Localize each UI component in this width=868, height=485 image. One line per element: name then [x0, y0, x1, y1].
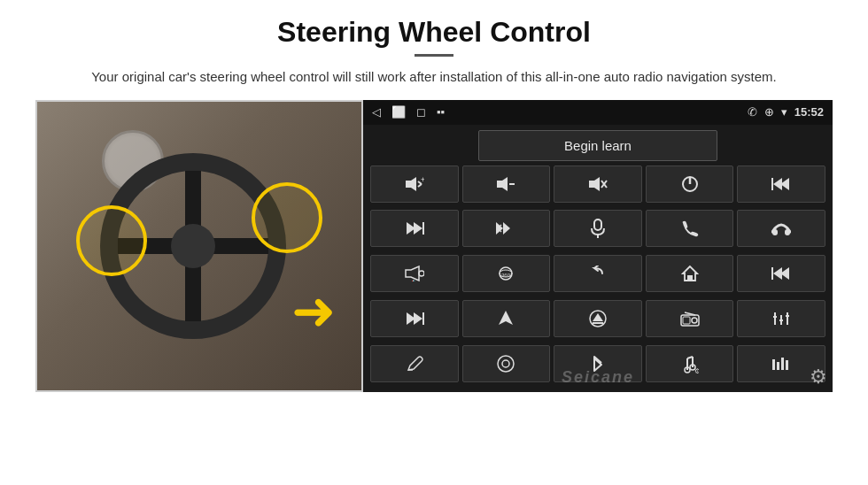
steering-bg: ➜ — [37, 102, 361, 390]
content-row: ➜ ◁ ⬜ ◻ ▪▪ ✆ ⊕ ▾ 15:52 — [35, 100, 833, 392]
svg-point-27 — [419, 271, 424, 276]
svg-marker-4 — [497, 177, 508, 191]
svg-rect-50 — [773, 316, 777, 318]
home-icon — [681, 265, 699, 282]
svg-text:📣: 📣 — [408, 279, 416, 281]
cam360-button[interactable]: 360° — [462, 255, 551, 292]
status-bar: ◁ ⬜ ◻ ▪▪ ✆ ⊕ ▾ 15:52 — [363, 100, 833, 125]
eject-button[interactable] — [554, 300, 642, 337]
button-highlight-left — [76, 205, 147, 276]
phone-status-icon: ✆ — [748, 105, 757, 119]
steering-center — [171, 224, 215, 268]
home-nav-icon[interactable]: ⬜ — [391, 105, 406, 119]
svg-marker-18 — [503, 222, 510, 235]
cam360-icon: 360° — [495, 265, 516, 282]
button-highlight-right — [252, 182, 322, 253]
phone-icon — [681, 219, 699, 237]
radio-icon — [680, 311, 700, 327]
begin-learn-button[interactable]: Begin learn — [478, 130, 717, 161]
eq-icon — [771, 311, 791, 327]
vol-up-button[interactable]: + — [370, 166, 459, 203]
main-area: Begin learn + — [363, 125, 833, 392]
music-icon: ⚙ — [681, 354, 699, 373]
vol-down-button[interactable] — [462, 166, 551, 203]
skipfwd-button[interactable] — [370, 300, 459, 337]
svg-marker-0 — [406, 177, 416, 191]
ff-button[interactable] — [462, 210, 551, 247]
vol-up-icon: + — [405, 176, 424, 192]
navigation-button[interactable] — [462, 300, 551, 337]
phone-button[interactable] — [646, 210, 734, 247]
svg-rect-65 — [786, 360, 788, 370]
radio-button[interactable] — [646, 300, 734, 337]
prev-icon — [771, 176, 791, 192]
android-head-unit: ◁ ⬜ ◻ ▪▪ ✆ ⊕ ▾ 15:52 Begin learn — [363, 100, 833, 392]
svg-rect-64 — [781, 358, 784, 370]
svg-rect-45 — [683, 317, 690, 324]
next-button[interactable] — [370, 210, 459, 247]
vol-down-icon — [496, 176, 515, 192]
status-bar-right: ✆ ⊕ ▾ 15:52 — [748, 105, 824, 119]
mic-button[interactable] — [554, 210, 642, 247]
svg-point-44 — [692, 318, 697, 323]
svg-marker-41 — [593, 313, 603, 321]
svg-point-55 — [498, 356, 514, 372]
svg-rect-21 — [594, 219, 601, 230]
svg-rect-63 — [777, 362, 779, 370]
eq-button[interactable] — [737, 300, 825, 337]
svg-text:+: + — [421, 176, 424, 184]
recent-nav-icon[interactable]: ◻ — [416, 105, 426, 119]
title-divider — [415, 54, 453, 57]
svg-marker-37 — [414, 312, 422, 325]
location-status-icon: ⊕ — [764, 105, 774, 119]
next-icon — [405, 220, 424, 236]
skipback-button[interactable] — [737, 255, 825, 292]
prev-button[interactable] — [737, 166, 825, 203]
svg-marker-17 — [496, 222, 503, 235]
wifi-status-icon: ▾ — [781, 105, 787, 119]
svg-rect-62 — [772, 359, 775, 370]
skipback-icon — [771, 266, 791, 281]
hangup-button[interactable] — [737, 210, 825, 247]
pen-icon — [406, 355, 423, 373]
music-button[interactable]: ⚙ — [646, 345, 734, 382]
ff-icon — [495, 220, 516, 236]
bluetooth-icon — [591, 354, 605, 373]
page-subtitle: Your original car's steering wheel contr… — [91, 67, 777, 88]
svg-rect-24 — [772, 229, 778, 235]
horn-icon: 📣 — [405, 266, 424, 281]
mute-button[interactable] — [554, 166, 642, 203]
svg-point-54 — [502, 360, 509, 367]
svg-marker-25 — [406, 266, 419, 281]
svg-marker-34 — [773, 267, 782, 280]
begin-learn-row: Begin learn — [370, 130, 825, 161]
audiobars-icon — [771, 356, 791, 372]
control-icon-grid: + — [370, 166, 825, 387]
skipfwd-icon — [405, 311, 424, 327]
svg-line-2 — [418, 184, 422, 187]
svg-rect-32 — [687, 275, 693, 281]
navigation-icon — [498, 310, 514, 327]
signal-icon: ▪▪ — [437, 105, 445, 119]
back-icon — [589, 266, 607, 281]
home-nav-button[interactable] — [646, 255, 734, 292]
settings2-icon — [497, 355, 515, 373]
steering-wheel-image: ➜ — [35, 100, 363, 392]
back-nav-button[interactable] — [554, 255, 642, 292]
mic-icon — [590, 219, 606, 238]
settings2-button[interactable] — [462, 345, 551, 382]
horn-button[interactable]: 📣 — [370, 255, 459, 292]
svg-text:360°: 360° — [501, 273, 513, 278]
svg-rect-51 — [779, 319, 783, 321]
power-button[interactable] — [646, 166, 734, 203]
status-time: 15:52 — [794, 105, 824, 119]
settings-gear-button[interactable]: ⚙ — [810, 366, 827, 389]
pen-button[interactable] — [370, 345, 459, 382]
status-bar-left: ◁ ⬜ ◻ ▪▪ — [372, 105, 445, 119]
page-title: Steering Wheel Control — [277, 16, 591, 49]
svg-marker-6 — [589, 177, 600, 191]
svg-rect-52 — [786, 315, 789, 317]
bluetooth-button[interactable] — [554, 345, 642, 382]
back-nav-icon[interactable]: ◁ — [372, 105, 381, 119]
svg-marker-15 — [414, 222, 422, 235]
